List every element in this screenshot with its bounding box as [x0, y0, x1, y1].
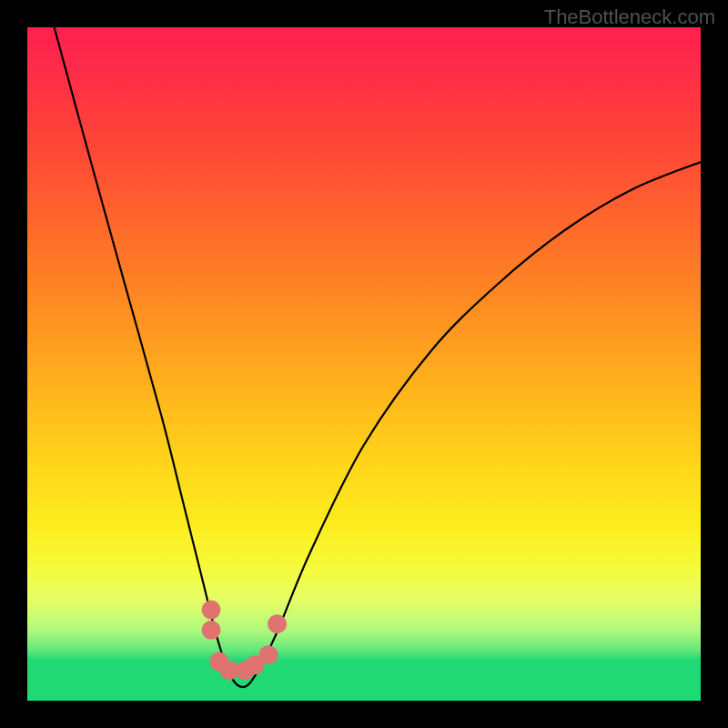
plot-area [27, 27, 701, 701]
marker-dot [258, 645, 278, 664]
watermark-text: TheBottleneck.com [544, 5, 715, 29]
chart-svg [27, 27, 701, 701]
bottleneck-curve-line [55, 27, 701, 687]
marker-dot [202, 621, 221, 640]
chart-frame: TheBottleneck.com [0, 0, 728, 728]
marker-dot [268, 614, 287, 633]
marker-dot [202, 601, 221, 620]
